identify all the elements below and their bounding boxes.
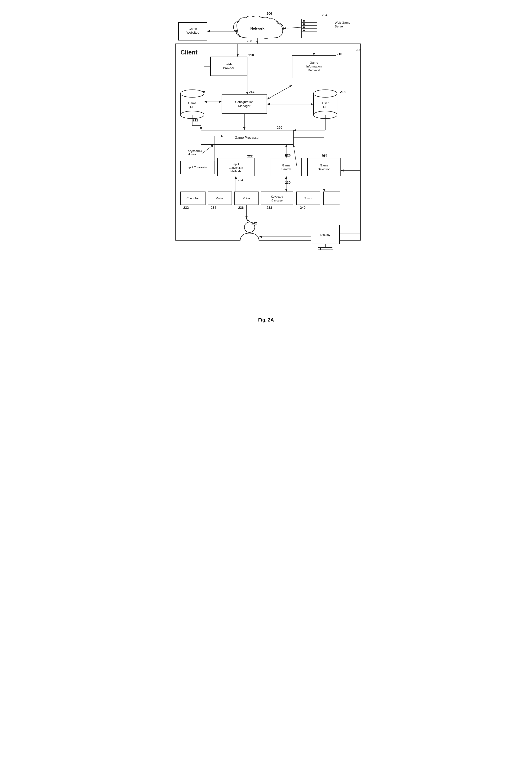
svg-rect-106	[311, 225, 339, 244]
svg-line-123	[267, 85, 292, 99]
svg-line-142	[246, 219, 249, 222]
svg-text:212: 212	[193, 118, 198, 122]
svg-text:208: 208	[247, 39, 252, 43]
svg-text:230: 230	[285, 181, 291, 185]
svg-text:Keyboard: Keyboard	[271, 195, 283, 198]
svg-rect-69	[218, 158, 254, 176]
svg-text:214: 214	[249, 90, 254, 94]
svg-line-137	[202, 144, 214, 153]
svg-text:Game Processor: Game Processor	[235, 136, 259, 139]
svg-point-9	[270, 23, 284, 34]
svg-text:Input: Input	[232, 162, 239, 166]
svg-line-134	[293, 144, 297, 167]
svg-text:DB: DB	[190, 105, 194, 109]
svg-point-104	[244, 222, 255, 232]
svg-rect-26	[303, 26, 305, 28]
figure-label: Fig. 2A	[164, 317, 368, 323]
svg-text:Game: Game	[310, 61, 318, 65]
svg-text:220: 220	[277, 126, 283, 129]
svg-text:226: 226	[285, 153, 291, 157]
svg-rect-52	[222, 95, 267, 114]
svg-text:236: 236	[238, 206, 244, 210]
svg-rect-32	[176, 44, 360, 240]
svg-text:Game: Game	[282, 163, 290, 167]
svg-text:Retrieval: Retrieval	[308, 69, 320, 72]
svg-text:Configuration: Configuration	[235, 100, 253, 104]
svg-text:222: 222	[247, 154, 253, 158]
svg-text:224: 224	[238, 178, 243, 182]
svg-text:Motion: Motion	[215, 197, 224, 200]
svg-text:Web: Web	[225, 63, 232, 66]
svg-text:Methods: Methods	[230, 170, 241, 173]
svg-point-10	[265, 27, 281, 37]
svg-text:Game: Game	[320, 163, 328, 167]
svg-text:...: ...	[330, 196, 333, 200]
svg-text:Mouse: Mouse	[188, 153, 196, 156]
svg-text:Selection: Selection	[318, 168, 330, 171]
svg-text:218: 218	[340, 90, 346, 94]
svg-rect-19	[302, 19, 317, 38]
svg-text:Information: Information	[306, 65, 322, 68]
svg-point-6	[251, 19, 267, 32]
svg-rect-88	[235, 192, 258, 205]
svg-point-58	[313, 111, 337, 119]
svg-point-57	[313, 90, 337, 97]
svg-rect-16	[179, 22, 207, 40]
svg-text:Manager: Manager	[238, 104, 250, 108]
svg-text:240: 240	[300, 206, 306, 210]
svg-text:& mouse: & mouse	[271, 199, 283, 202]
svg-text:232: 232	[183, 206, 189, 210]
svg-text:Client: Client	[181, 49, 198, 56]
svg-rect-67	[181, 161, 215, 174]
svg-text:234: 234	[211, 206, 216, 210]
svg-text:206: 206	[267, 12, 272, 15]
svg-rect-95	[296, 192, 320, 205]
svg-text:Keyboard &: Keyboard &	[188, 149, 202, 153]
svg-line-114	[284, 27, 302, 28]
svg-text:Conversion: Conversion	[228, 166, 243, 170]
svg-rect-78	[308, 158, 341, 176]
svg-rect-39	[292, 56, 336, 78]
svg-point-8	[265, 19, 279, 32]
svg-text:Web Game: Web Game	[335, 21, 350, 24]
svg-rect-82	[181, 192, 205, 205]
svg-text:Browser: Browser	[223, 66, 234, 70]
svg-text:202: 202	[355, 48, 361, 52]
svg-text:DB: DB	[323, 105, 327, 109]
svg-rect-24	[303, 20, 305, 21]
svg-text:Controller: Controller	[186, 197, 199, 200]
svg-text:Display: Display	[320, 233, 330, 236]
svg-rect-56	[313, 94, 337, 115]
svg-point-12	[251, 28, 264, 38]
svg-rect-35	[210, 57, 247, 76]
svg-text:238: 238	[267, 206, 272, 210]
svg-rect-74	[271, 158, 302, 176]
svg-text:Voice: Voice	[243, 197, 250, 200]
svg-rect-85	[208, 192, 232, 205]
svg-text:Search: Search	[281, 168, 291, 171]
svg-point-7	[259, 18, 272, 28]
svg-text:216: 216	[337, 52, 342, 56]
svg-rect-64	[201, 130, 293, 144]
svg-rect-25	[303, 23, 305, 25]
svg-text:210: 210	[248, 53, 254, 57]
svg-point-46	[181, 111, 204, 119]
svg-text:228: 228	[322, 153, 327, 157]
svg-text:User: User	[322, 101, 329, 105]
svg-text:Touch: Touch	[304, 197, 312, 200]
svg-point-5	[244, 18, 258, 30]
svg-text:Game: Game	[189, 27, 197, 30]
svg-text:Server: Server	[335, 25, 344, 28]
svg-text:242: 242	[251, 221, 257, 225]
svg-point-4	[233, 20, 251, 34]
svg-rect-27	[303, 30, 305, 31]
svg-text:Input Conversion: Input Conversion	[187, 166, 208, 169]
svg-rect-98	[323, 192, 340, 205]
svg-text:204: 204	[322, 13, 327, 17]
svg-point-13	[243, 28, 256, 37]
svg-text:Game: Game	[188, 101, 196, 105]
svg-point-14	[236, 27, 249, 37]
svg-rect-44	[181, 94, 204, 115]
svg-rect-91	[261, 192, 293, 205]
svg-text:Network: Network	[250, 26, 264, 30]
